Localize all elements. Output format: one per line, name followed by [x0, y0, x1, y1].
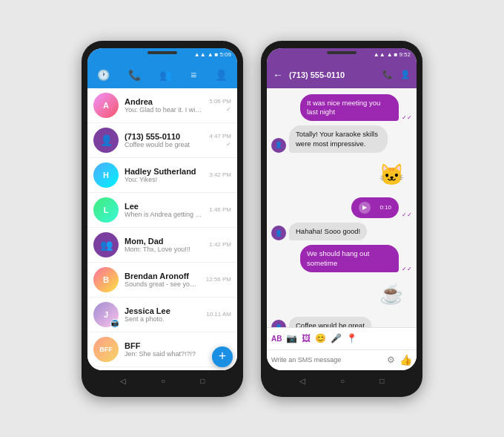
battery-icon: ■	[394, 51, 398, 58]
calls-icon[interactable]: 📞	[128, 69, 141, 81]
list-item[interactable]: L Lee When is Andrea getting in? 1:46 PM	[87, 193, 237, 228]
status-bar-2: ▲▲ ▲ ■ 9:52	[267, 48, 417, 62]
back-nav-btn[interactable]: ◁	[120, 377, 126, 385]
message-input[interactable]	[271, 356, 382, 364]
time-display: 5:09	[219, 51, 231, 58]
emoji-icon[interactable]: 😊	[315, 333, 326, 344]
message-text: We should hang out sometime	[307, 249, 369, 266]
status-bar-1: ▲▲ ▲ ■ 5:09	[87, 48, 237, 62]
chat-messages: It was nice meeting you last night ✓✓ 👤 …	[267, 88, 417, 327]
phone-chat: ▲▲ ▲ ■ 9:52 ← (713) 555-0110 📞 👤	[261, 41, 422, 397]
message-row: 👤 Totally! Your karaoke skills were most…	[271, 125, 412, 153]
avatar: H	[93, 162, 119, 188]
audio-bubble: ▶ 0:10	[351, 197, 399, 218]
avatar: A	[93, 93, 119, 118]
conv-info: Mom, Dad Mom: Thx, Love you!!!	[125, 237, 203, 253]
mic-icon[interactable]: 🎤	[331, 333, 342, 344]
conv-preview: Coffee would be great	[125, 141, 203, 148]
conv-time: 5:06 PM	[209, 98, 231, 105]
location-icon[interactable]: 📍	[346, 333, 357, 344]
chat-header: ← (713) 555-0110 📞 👤	[267, 62, 417, 88]
back-nav-btn[interactable]: ◁	[299, 377, 305, 385]
conv-info: (713) 555-0110 Coffee would be great	[125, 132, 203, 148]
read-check: ✓	[226, 141, 231, 148]
recents-nav-btn[interactable]: □	[379, 377, 384, 385]
list-item[interactable]: 👥 Mom, Dad Mom: Thx, Love you!!! 1:42 PM	[87, 228, 237, 263]
phone-call-icon[interactable]: 📞	[382, 70, 393, 79]
phone2-nav: ◁ ○ □	[267, 373, 417, 390]
message-row: It was nice meeting you last night ✓✓	[271, 94, 412, 122]
message-row: We should hang out sometime ✓✓	[271, 245, 412, 272]
wifi-icon: ▲	[387, 51, 393, 58]
recent-icon[interactable]: 🕐	[97, 69, 110, 81]
like-button[interactable]: 👍	[399, 354, 412, 366]
messenger-nav-header: 🕐 📞 👥 ≡ 👤	[87, 62, 237, 88]
conv-preview: You: Glad to hear it. I will let him kno…	[125, 106, 203, 114]
battery-icon: ■	[215, 51, 219, 58]
message-row: 🐱	[271, 157, 412, 193]
conv-time: 1:46 PM	[209, 206, 231, 213]
conv-meta: 5:06 PM ✓	[209, 98, 231, 113]
sticker-icon[interactable]: ⚙	[387, 355, 395, 365]
recents-nav-btn[interactable]: □	[200, 377, 205, 385]
conv-name: Mom, Dad	[125, 237, 203, 246]
chat-input-row: ⚙ 👍	[267, 349, 417, 370]
avatar: 👥	[93, 232, 119, 257]
list-item[interactable]: A Andrea You: Glad to hear it. I will le…	[87, 88, 237, 123]
list-item[interactable]: B Brendan Aronoff Sounds great - see you…	[87, 263, 237, 298]
play-button[interactable]: ▶	[359, 202, 371, 214]
sticker-coffee: ☕	[371, 277, 412, 312]
conv-info: Hadley Sutherland You: Yikes!	[125, 167, 203, 183]
phone-messenger: ▲▲ ▲ ■ 5:09 🕐 📞 👥 ≡ 👤 A Andrea	[82, 41, 243, 397]
chat-contact-name: (713) 555-0110	[289, 70, 377, 79]
conv-info: BFF Jen: She said what?!?!?	[125, 341, 225, 358]
text-format-icon[interactable]: AB	[271, 335, 282, 343]
conv-time: 10:11 AM	[206, 311, 231, 318]
phones-container: ▲▲ ▲ ■ 5:09 🕐 📞 👥 ≡ 👤 A Andrea	[82, 41, 422, 397]
audio-duration: 0:10	[379, 204, 391, 211]
message-row: 👤 Hahaha! Sooo good!	[271, 223, 412, 240]
add-contact-icon[interactable]: 👤	[400, 70, 411, 79]
received-bubble: Coffee would be great	[289, 317, 371, 327]
avatar: B	[93, 267, 119, 292]
menu-icon[interactable]: ≡	[190, 69, 196, 81]
back-button[interactable]: ←	[273, 69, 283, 81]
conv-info: Andrea You: Glad to hear it. I will let …	[125, 97, 203, 114]
signal-icon: ▲▲	[194, 51, 206, 58]
list-item[interactable]: H Hadley Sutherland You: Yikes! 3:42 PM	[87, 158, 237, 193]
conv-preview: Sent a photo.	[125, 315, 200, 323]
chat-toolbar: AB 📷 🖼 😊 🎤 📍	[267, 327, 417, 349]
compose-fab[interactable]: +	[212, 346, 233, 367]
home-nav-btn[interactable]: ○	[340, 377, 345, 385]
conv-info: Jessica Lee Sent a photo.	[125, 306, 200, 323]
conv-preview: Jen: She said what?!?!?	[125, 350, 225, 358]
conv-preview: When is Andrea getting in?	[125, 211, 203, 218]
conv-preview: You: Yikes!	[125, 176, 203, 183]
message-text: Totally! Your karaoke skills were most i…	[296, 130, 378, 147]
signal-icon: ▲▲	[374, 51, 385, 58]
received-bubble: Hahaha! Sooo good!	[289, 223, 367, 240]
profile-icon[interactable]: 👤	[215, 69, 228, 81]
conv-meta: 1:42 PM	[209, 241, 231, 248]
conv-meta: 4:47 PM ✓	[209, 133, 231, 148]
list-item[interactable]: 👤 (713) 555-0110 Coffee would be great 4…	[87, 123, 237, 158]
status-icons-2: ▲▲ ▲ ■ 9:52	[374, 51, 411, 58]
conv-time: 3:42 PM	[209, 171, 231, 178]
conv-name: BFF	[125, 341, 225, 350]
list-item[interactable]: J 📷 Jessica Lee Sent a photo. 10:11 AM	[87, 298, 237, 332]
contact-avatar: 👤	[271, 320, 286, 326]
conv-name: (713) 555-0110	[125, 132, 203, 141]
message-check: ✓✓	[402, 211, 412, 218]
image-icon[interactable]: 🖼	[302, 333, 311, 344]
message-text: It was nice meeting you last night	[307, 99, 380, 116]
camera-icon[interactable]: 📷	[286, 333, 297, 344]
home-nav-btn[interactable]: ○	[161, 377, 165, 385]
message-check: ✓✓	[402, 114, 412, 121]
phone1-screen: ▲▲ ▲ ■ 5:09 🕐 📞 👥 ≡ 👤 A Andrea	[87, 48, 237, 370]
conversation-list: A Andrea You: Glad to hear it. I will le…	[87, 88, 237, 370]
people-icon[interactable]: 👥	[159, 69, 172, 81]
conv-time: 1:42 PM	[209, 241, 231, 248]
conv-name: Jessica Lee	[125, 306, 200, 315]
conv-time: 4:47 PM	[209, 133, 231, 139]
conv-info: Lee When is Andrea getting in?	[125, 202, 203, 218]
